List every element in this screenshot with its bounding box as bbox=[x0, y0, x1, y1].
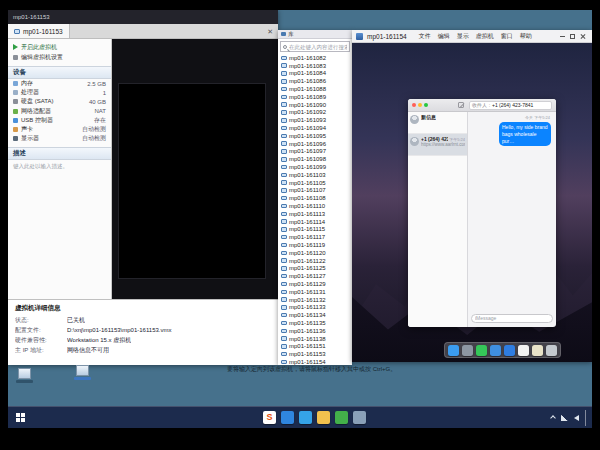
vm-list-item[interactable]: mp01-161093 bbox=[278, 116, 352, 124]
volume-icon[interactable] bbox=[574, 415, 579, 421]
menu-item[interactable]: 显示 bbox=[457, 32, 469, 41]
dock-icon[interactable] bbox=[532, 345, 543, 356]
dock-icon[interactable] bbox=[546, 345, 557, 356]
compose-icon[interactable] bbox=[458, 102, 464, 108]
vm-list-item[interactable]: mp01-161134 bbox=[278, 311, 352, 319]
dock-icon[interactable] bbox=[490, 345, 501, 356]
vm-list-item[interactable]: mp01-161131 bbox=[278, 288, 352, 296]
dock-icon[interactable] bbox=[518, 345, 529, 356]
menu-item[interactable]: 虚拟机 bbox=[476, 32, 494, 41]
vm-list-item[interactable]: mp01-161120 bbox=[278, 249, 352, 257]
close-icon[interactable] bbox=[580, 33, 586, 39]
close-icon[interactable] bbox=[412, 103, 416, 107]
tab-vm-161153[interactable]: mp01-161153 bbox=[8, 24, 70, 38]
vm-list-item[interactable]: mp01-161127 bbox=[278, 272, 352, 280]
window-titlebar[interactable]: mp01-161154 文件编辑显示虚拟机窗口帮助 bbox=[352, 30, 592, 43]
library-titlebar[interactable]: 库 bbox=[278, 30, 352, 39]
desktop[interactable]: mp01-161153 mp01-161153 ✕ 开启此虚拟机 bbox=[8, 10, 592, 428]
minimize-icon[interactable] bbox=[560, 36, 565, 37]
vm-list-item[interactable]: mp01-161089 bbox=[278, 93, 352, 101]
library-search-box[interactable] bbox=[280, 41, 350, 52]
vm-list-item[interactable]: mp01-161136 bbox=[278, 327, 352, 335]
taskbar-app-icon[interactable] bbox=[317, 411, 330, 424]
dock-icon[interactable] bbox=[476, 345, 487, 356]
vm-list-item[interactable]: mp01-161135 bbox=[278, 319, 352, 327]
vm-list-item[interactable]: mp01-161154 bbox=[278, 358, 352, 365]
tray-chevron-icon[interactable] bbox=[550, 415, 556, 421]
vm-list-item[interactable]: mp01-161108 bbox=[278, 194, 352, 202]
show-desktop-button[interactable] bbox=[585, 410, 588, 426]
minimize-icon[interactable] bbox=[418, 103, 422, 107]
vm-list-item[interactable]: mp01-161083 bbox=[278, 62, 352, 70]
conversation-item[interactable]: +1 (264) 423-7841 下午5:24 https://www.aar… bbox=[408, 134, 467, 156]
description-placeholder[interactable]: 键入此处以输入描述。 bbox=[8, 160, 111, 173]
vm-list-item[interactable]: mp01-161133 bbox=[278, 304, 352, 312]
taskbar-app-icon[interactable] bbox=[299, 411, 312, 424]
vm-list-item[interactable]: mp01-161082 bbox=[278, 54, 352, 62]
vm-screen-powered-off[interactable] bbox=[118, 83, 266, 279]
vm-list-item[interactable]: mp01-161115 bbox=[278, 226, 352, 234]
vm-list-item[interactable]: mp01-161095 bbox=[278, 132, 352, 140]
taskbar-app-icon[interactable] bbox=[353, 411, 366, 424]
vm-list-item[interactable]: mp01-161122 bbox=[278, 257, 352, 265]
window-titlebar[interactable]: mp01-161153 bbox=[8, 10, 278, 24]
vm-list-item[interactable]: mp01-161097 bbox=[278, 148, 352, 156]
taskbar-app-icon[interactable]: S bbox=[263, 411, 276, 424]
menu-item[interactable]: 帮助 bbox=[520, 32, 532, 41]
edit-settings-action[interactable]: 编辑虚拟机设置 bbox=[8, 52, 111, 62]
vm-list-item[interactable]: mp01-161153 bbox=[278, 350, 352, 358]
vm-list-item[interactable]: mp01-161114 bbox=[278, 218, 352, 226]
device-row[interactable]: 处理器 1 bbox=[8, 88, 111, 97]
vm-list-item[interactable]: mp01-161110 bbox=[278, 202, 352, 210]
device-row[interactable]: 声卡 自动检测 bbox=[8, 125, 111, 134]
vm-list-item[interactable]: mp01-161088 bbox=[278, 85, 352, 93]
network-icon[interactable] bbox=[561, 415, 568, 421]
vm-console-area[interactable] bbox=[112, 39, 278, 299]
vm-list-item[interactable]: mp01-161099 bbox=[278, 163, 352, 171]
macos-vm-screen[interactable]: 收件人： +1 (264) 423-7841 bbox=[352, 43, 592, 362]
vm-list-item[interactable]: mp01-161090 bbox=[278, 101, 352, 109]
device-row[interactable]: 硬盘 (SATA) 40 GB bbox=[8, 97, 111, 106]
vm-list-item[interactable]: mp01-161119 bbox=[278, 241, 352, 249]
vm-list-item[interactable]: mp01-161113 bbox=[278, 210, 352, 218]
zoom-icon[interactable] bbox=[424, 103, 428, 107]
device-row[interactable]: USB 控制器 存在 bbox=[8, 116, 111, 125]
vm-list-item[interactable]: mp01-161086 bbox=[278, 77, 352, 85]
imessage-input[interactable] bbox=[471, 314, 553, 323]
dock-icon[interactable] bbox=[504, 345, 515, 356]
to-field[interactable]: 收件人： +1 (264) 423-7841 bbox=[469, 101, 552, 110]
menu-item[interactable]: 窗口 bbox=[501, 32, 513, 41]
messages-titlebar[interactable]: 收件人： +1 (264) 423-7841 bbox=[408, 99, 556, 112]
vm-list-item[interactable]: mp01-161098 bbox=[278, 155, 352, 163]
vm-list-item[interactable]: mp01-161084 bbox=[278, 70, 352, 78]
dock-icon[interactable] bbox=[462, 345, 473, 356]
vm-list-item[interactable]: mp01-161105 bbox=[278, 179, 352, 187]
vm-list-item[interactable]: mp01-161129 bbox=[278, 280, 352, 288]
vm-list-item[interactable]: mp01-161103 bbox=[278, 171, 352, 179]
taskbar-app-icon[interactable] bbox=[281, 411, 294, 424]
library-search-input[interactable] bbox=[289, 44, 347, 50]
vm-list-item[interactable]: mp01-161132 bbox=[278, 296, 352, 304]
dock-icon[interactable] bbox=[448, 345, 459, 356]
close-tab-icon[interactable]: ✕ bbox=[262, 24, 278, 38]
maximize-icon[interactable] bbox=[570, 34, 575, 39]
vm-list-item[interactable]: mp01-161138 bbox=[278, 335, 352, 343]
vm-list-item[interactable]: mp01-161094 bbox=[278, 124, 352, 132]
start-button[interactable] bbox=[8, 407, 32, 428]
desktop-shortcut-icon[interactable] bbox=[13, 368, 35, 383]
menu-item[interactable]: 编辑 bbox=[438, 32, 450, 41]
vm-list-item[interactable]: mp01-161117 bbox=[278, 233, 352, 241]
desktop-shortcut-icon[interactable] bbox=[71, 365, 93, 380]
device-row[interactable]: 内存 2.5 GB bbox=[8, 79, 111, 88]
device-row[interactable]: 网络适配器 NAT bbox=[8, 107, 111, 116]
power-on-action[interactable]: 开启此虚拟机 bbox=[8, 42, 111, 52]
vm-list-item[interactable]: mp01-161096 bbox=[278, 140, 352, 148]
menu-item[interactable]: 文件 bbox=[419, 32, 431, 41]
vm-list-item[interactable]: mp01-161107 bbox=[278, 187, 352, 195]
vm-list-item[interactable]: mp01-161151 bbox=[278, 342, 352, 350]
taskbar-app-icon[interactable] bbox=[335, 411, 348, 424]
vm-list-item[interactable]: mp01-161125 bbox=[278, 265, 352, 273]
device-row[interactable]: 显示器 自动检测 bbox=[8, 134, 111, 143]
vm-list-item[interactable]: mp01-161092 bbox=[278, 109, 352, 117]
conversation-item[interactable]: 新信息 bbox=[408, 112, 467, 134]
